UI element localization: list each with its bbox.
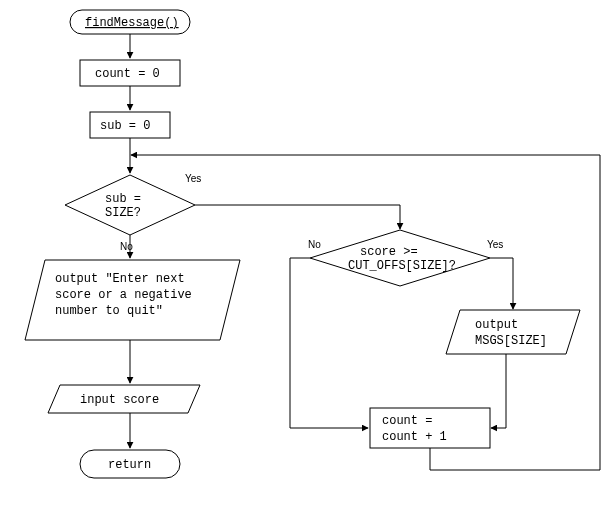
- decision-sub-line1: sub =: [105, 192, 141, 206]
- output-msg-line1: output: [475, 318, 518, 332]
- node-count-increment: count = count + 1: [370, 408, 490, 448]
- count-init-label: count = 0: [95, 67, 160, 81]
- node-output-msg: output MSGS[SIZE]: [446, 310, 580, 354]
- count-inc-line1: count =: [382, 414, 432, 428]
- sub-init-label: sub = 0: [100, 119, 150, 133]
- output-prompt-line1: output "Enter next: [55, 272, 185, 286]
- output-prompt-line3: number to quit": [55, 304, 163, 318]
- input-score-label: input score: [80, 393, 159, 407]
- edge-score-no: [290, 258, 368, 428]
- output-msg-line2: MSGS[SIZE]: [475, 334, 547, 348]
- node-decision-score: score >= CUT_OFFS[SIZE]?: [310, 230, 490, 286]
- node-start: findMessage(): [70, 10, 190, 34]
- edge-sub-no-label: No: [120, 241, 133, 252]
- start-label: findMessage(): [85, 16, 179, 30]
- edge-sub-yes-label: Yes: [185, 173, 201, 184]
- output-prompt-line2: score or a negative: [55, 288, 192, 302]
- node-count-init: count = 0: [80, 60, 180, 86]
- node-output-prompt: output "Enter next score or a negative n…: [25, 260, 240, 340]
- count-inc-line2: count + 1: [382, 430, 447, 444]
- decision-sub-line2: SIZE?: [105, 206, 141, 220]
- edge-score-yes: [490, 258, 513, 309]
- edge-sub-yes: [195, 205, 400, 229]
- decision-score-line1: score >=: [360, 245, 418, 259]
- return-label: return: [108, 458, 151, 472]
- edge-score-yes-label: Yes: [487, 239, 503, 250]
- edge-msg-to-count: [491, 354, 506, 428]
- edge-score-no-label: No: [308, 239, 321, 250]
- decision-score-line2: CUT_OFFS[SIZE]?: [348, 259, 456, 273]
- flowchart-canvas: findMessage() count = 0 sub = 0 sub = SI…: [0, 0, 610, 506]
- node-input-score: input score: [48, 385, 200, 413]
- node-decision-sub: sub = SIZE?: [65, 175, 195, 235]
- node-sub-init: sub = 0: [90, 112, 170, 138]
- node-return: return: [80, 450, 180, 478]
